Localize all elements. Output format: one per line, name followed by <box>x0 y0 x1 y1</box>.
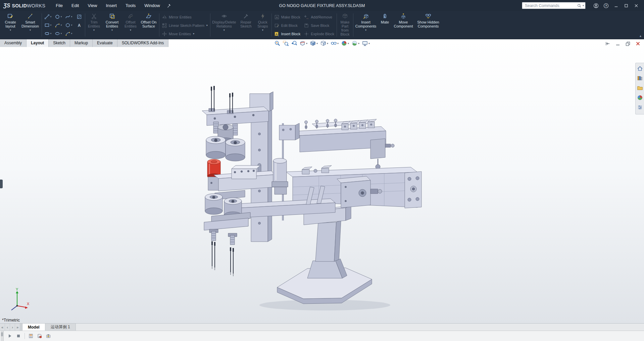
design-library-icon[interactable] <box>637 75 643 83</box>
apply-scene-button[interactable]: ▾ <box>351 40 359 46</box>
offset-on-surface-button[interactable]: Offset On Surface <box>139 11 158 39</box>
display-style-button[interactable]: ▾ <box>320 40 328 46</box>
graphics-area[interactable]: Assembly Layout Sketch Markup Evaluate S… <box>0 39 644 323</box>
circle-tool[interactable]: ▾ <box>53 12 63 21</box>
tab-layout[interactable]: Layout <box>27 39 49 47</box>
spline-tool[interactable]: ▾ <box>63 12 74 21</box>
insert-components-button[interactable]: Insert Components ▾ <box>354 11 378 39</box>
text-tool[interactable] <box>74 21 84 29</box>
model-lower-probe-cylinders[interactable] <box>204 194 250 245</box>
maximize-button[interactable] <box>621 0 631 11</box>
hide-show-items-button[interactable]: ▾ <box>331 40 339 46</box>
tab-solidworks-addins[interactable]: SOLIDWORKS Add-Ins <box>117 39 168 47</box>
menu-edit[interactable]: Edit <box>67 0 83 11</box>
make-block-button[interactable]: Make Block <box>273 13 302 21</box>
hatch-tool[interactable] <box>74 12 84 21</box>
edit-appearance-button[interactable]: ▾ <box>341 40 349 46</box>
slot-tool[interactable]: ▾ <box>43 29 53 38</box>
menu-tools[interactable]: Tools <box>121 0 140 11</box>
appearances-scenes-icon[interactable] <box>637 95 643 102</box>
dropdown-caret-icon[interactable]: ▾ <box>111 29 113 32</box>
end-cap-block[interactable] <box>405 172 422 208</box>
quick-snaps-button[interactable]: Quick Snaps ▾ <box>255 11 271 39</box>
previous-document-button[interactable] <box>605 41 610 46</box>
explode-block-button[interactable]: Explode Block <box>302 30 336 38</box>
convert-entities-button[interactable]: Convert Entities ▾ <box>102 11 122 39</box>
assembly-model[interactable] <box>0 39 644 323</box>
menu-window[interactable]: Window <box>140 0 164 11</box>
repair-sketch-button[interactable]: Repair Sketch <box>237 11 255 39</box>
show-hidden-components-button[interactable]: Show Hidden Components <box>414 11 442 39</box>
tab-splitter-handle[interactable] <box>20 324 22 331</box>
help-icon[interactable] <box>601 0 611 11</box>
tab-scroll-next-button[interactable]: › <box>10 324 15 331</box>
create-layout-button[interactable]: Create layout ▾ <box>1 11 19 39</box>
play-button[interactable] <box>7 333 12 339</box>
tab-markup[interactable]: Markup <box>70 39 93 47</box>
motion-scrollbar[interactable] <box>1 331 4 341</box>
zoom-to-fit-button[interactable] <box>274 40 280 46</box>
user-account-icon[interactable] <box>591 0 601 11</box>
tab-sketch[interactable]: Sketch <box>49 39 70 47</box>
dropdown-caret-icon[interactable]: ▾ <box>10 29 11 32</box>
move-component-button[interactable]: Move Component <box>392 11 414 39</box>
tab-assembly[interactable]: Assembly <box>0 39 27 47</box>
zoom-to-area-button[interactable] <box>283 40 289 46</box>
move-entities-button[interactable]: Move Entities ▾ <box>160 30 209 38</box>
doc-restore-button[interactable] <box>625 41 631 46</box>
model-top-bracket[interactable] <box>279 123 299 140</box>
offset-entities-button[interactable]: Offset Entities ▾ <box>122 11 139 39</box>
dropdown-caret-icon[interactable]: ▾ <box>365 29 366 32</box>
dropdown-caret-icon[interactable]: ▾ <box>358 42 359 45</box>
menu-file[interactable]: File <box>51 0 67 11</box>
edit-block-button[interactable]: Edit Block <box>273 21 302 30</box>
arc-tool[interactable]: ▾ <box>53 21 63 29</box>
stop-button[interactable] <box>16 333 21 339</box>
mate-button[interactable]: Mate <box>378 11 392 39</box>
search-icon[interactable] <box>577 3 582 8</box>
tab-scroll-first-button[interactable]: « <box>0 324 5 331</box>
make-part-from-block-button[interactable]: Make Part from Block <box>338 11 352 39</box>
model-support-column[interactable] <box>304 206 351 278</box>
tab-model[interactable]: Model <box>22 324 45 331</box>
menu-insert[interactable]: Insert <box>101 0 121 11</box>
display-delete-relations-button[interactable]: Display/Delete Relations ▾ <box>211 11 237 39</box>
featuremanager-flyout-handle[interactable] <box>0 180 3 188</box>
calculate-motion-icon[interactable] <box>28 333 34 339</box>
tab-motion-study[interactable]: 运动算例 1 <box>45 324 76 331</box>
dropdown-caret-icon[interactable]: ▾ <box>30 29 31 32</box>
smart-dimension-button[interactable]: Smart Dimension ▾ <box>19 11 41 39</box>
model-upper-rail[interactable] <box>295 119 394 169</box>
add-remove-button[interactable]: Add/Remove <box>302 13 336 21</box>
dropdown-caret-icon[interactable]: ▾ <box>327 42 328 45</box>
polygon-tool[interactable]: ▾ <box>63 21 74 29</box>
search-dropdown-caret-icon[interactable]: ▾ <box>583 4 584 7</box>
file-explorer-icon[interactable] <box>637 85 643 92</box>
custom-properties-icon[interactable] <box>637 104 643 112</box>
doc-close-button[interactable] <box>635 41 641 46</box>
view-settings-button[interactable]: ▾ <box>362 40 370 46</box>
dropdown-caret-icon[interactable]: ▾ <box>306 42 307 45</box>
rectangle-tool[interactable]: ▾ <box>43 21 53 29</box>
model-vertical-piston[interactable] <box>272 158 288 195</box>
dropdown-caret-icon[interactable]: ▾ <box>337 42 339 45</box>
view-orientation-button[interactable]: ▾ <box>310 40 318 46</box>
save-block-button[interactable]: Save Block <box>302 21 336 30</box>
section-view-button[interactable]: ▾ <box>299 40 307 46</box>
tab-evaluate[interactable]: Evaluate <box>93 39 117 47</box>
dropdown-caret-icon[interactable]: ▾ <box>348 42 349 45</box>
search-commands-box[interactable]: ▾ <box>522 2 586 9</box>
menu-view[interactable]: View <box>83 0 101 11</box>
animation-wizard-icon[interactable] <box>46 333 51 339</box>
ribbon-collapse-icon[interactable]: ▴ <box>640 34 641 38</box>
tab-scroll-prev-button[interactable]: ‹ <box>5 324 10 331</box>
line-tool[interactable]: ▾ <box>43 12 53 21</box>
trim-entities-button[interactable]: Trim Entities ▾ <box>86 11 102 39</box>
linear-sketch-pattern-button[interactable]: Linear Sketch Pattern ▾ <box>160 21 209 30</box>
doc-minimize-button[interactable] <box>615 41 621 46</box>
fillet-tool[interactable]: ▾ <box>63 29 74 38</box>
ellipse-tool[interactable]: ▾ <box>53 29 63 38</box>
mirror-entities-button[interactable]: Mirror Entities <box>160 13 209 21</box>
close-button[interactable] <box>631 0 641 11</box>
model-bottom-gauge-pins[interactable] <box>211 241 234 276</box>
